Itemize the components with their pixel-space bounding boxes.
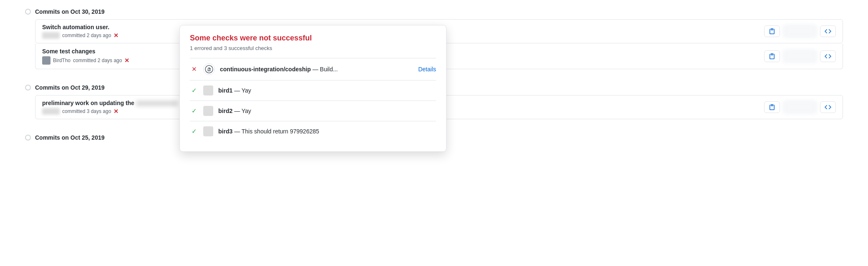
check-status-icon-pass-2: ✓ — [190, 86, 198, 95]
check-status-icon-pass-3: ✓ — [190, 107, 198, 115]
hash-button-2[interactable] — [783, 50, 817, 63]
code-button-3[interactable] — [820, 101, 836, 113]
commit-actions-1 — [764, 25, 836, 38]
committed-text-2: committed 2 days ago — [73, 58, 122, 63]
date-header-oct30: Commits on Oct 30, 2019 — [25, 8, 843, 15]
avatar-1 — [42, 32, 60, 39]
check-row-4: ✓ bird3 — This should return 979926285 — [190, 121, 436, 141]
check-row-2: ✓ bird1 — Yay — [190, 80, 436, 100]
date-label-oct30: Commits on Oct 30, 2019 — [35, 8, 105, 15]
date-label-oct25: Commits on Oct 25, 2019 — [35, 134, 105, 141]
timeline-dot-oct29 — [25, 85, 31, 90]
hash-button-3[interactable] — [783, 101, 817, 113]
clipboard-button-3[interactable] — [764, 101, 780, 113]
committed-text-3: committed 3 days ago — [62, 108, 111, 114]
check-service-icon-2 — [203, 85, 213, 95]
timeline-dot — [25, 9, 31, 15]
code-button-2[interactable] — [820, 50, 836, 62]
check-service-icon-3 — [203, 106, 213, 116]
check-status-icon-pass-4: ✓ — [190, 127, 198, 136]
status-fail-2: ✕ — [124, 57, 129, 64]
check-service-icon-4 — [203, 126, 213, 136]
check-label-suffix-3: — Yay — [234, 108, 251, 114]
page-container: Commits on Oct 30, 2019 Switch automatio… — [0, 0, 868, 156]
status-fail-1: ✕ — [114, 32, 119, 39]
avatar-3 — [42, 108, 60, 115]
check-label-3: bird2 — Yay — [218, 108, 436, 114]
check-service-name-2: bird1 — [218, 87, 232, 94]
clipboard-button-1[interactable] — [764, 25, 780, 37]
check-label-suffix-4: — This should return 979926285 — [234, 128, 319, 135]
check-label-suffix-2: — Yay — [234, 87, 251, 94]
commit-actions-2 — [764, 50, 836, 63]
popup-subtitle: 1 errored and 3 successful checks — [190, 45, 436, 51]
check-service-name-1: continuous-integration/codeship — [220, 66, 311, 73]
timeline-dot-oct25 — [25, 135, 31, 141]
code-button-1[interactable] — [820, 25, 836, 37]
avatar-2 — [42, 56, 50, 65]
status-fail-3: ✕ — [114, 108, 119, 115]
check-status-icon-fail-1: ✕ — [190, 65, 198, 73]
commit-actions-3 — [764, 101, 836, 113]
hash-button-1[interactable] — [783, 25, 817, 38]
check-label-4: bird3 — This should return 979926285 — [218, 128, 436, 135]
committed-text-1: committed 2 days ago — [62, 33, 111, 38]
check-service-icon-1 — [203, 63, 215, 75]
check-label-suffix-1: — Build... — [313, 66, 338, 73]
check-row-1: ✕ continuous-integration/codeship — Buil… — [190, 58, 436, 80]
popup-title: Some checks were not successful — [190, 34, 436, 43]
date-label-oct29: Commits on Oct 29, 2019 — [35, 84, 105, 91]
check-label-1: continuous-integration/codeship — Build.… — [220, 66, 413, 73]
check-service-name-4: bird3 — [218, 128, 232, 135]
check-details-link-1[interactable]: Details — [418, 66, 436, 73]
clipboard-button-2[interactable] — [764, 50, 780, 62]
check-row-3: ✓ bird2 — Yay — [190, 100, 436, 121]
checks-popup: Some checks were not successful 1 errore… — [179, 25, 447, 152]
author-name-2: BirdTho — [53, 58, 71, 63]
check-label-2: bird1 — Yay — [218, 87, 436, 94]
check-service-name-3: bird2 — [218, 108, 232, 114]
